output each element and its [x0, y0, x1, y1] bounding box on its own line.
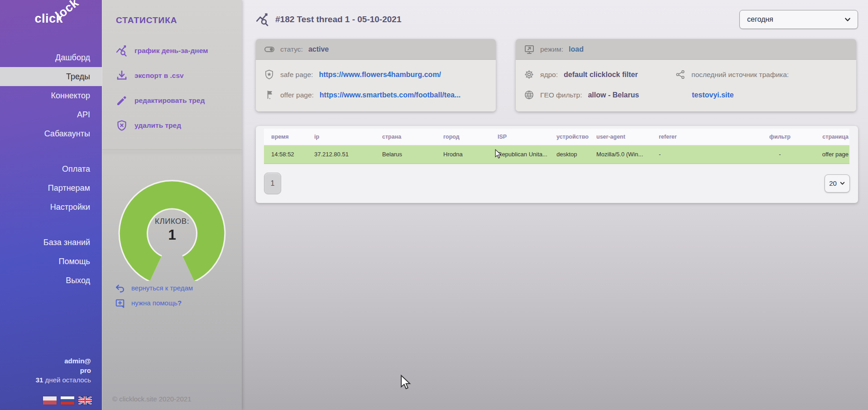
col-header-page[interactable]: страница: [804, 129, 849, 145]
main-content: #182 Test thread 1 - 05-10-2021 сегодня …: [242, 0, 868, 410]
cell-country: Belarus: [375, 145, 436, 164]
trend-search-icon: [116, 45, 128, 57]
account-email: admin@: [0, 356, 91, 366]
menu-item-export-csv[interactable]: экспорт в .csv: [102, 63, 242, 88]
safe-page-row: safe page: https://www.flowers4hamburg.c…: [264, 64, 488, 85]
offer-page-row: offer page: https://www.smartbets.com/fo…: [264, 85, 488, 105]
status-label: статус:: [280, 45, 303, 53]
russia-flag-icon[interactable]: [61, 396, 74, 405]
col-header-device[interactable]: устройство: [549, 129, 589, 145]
col-header-ip[interactable]: ip: [307, 129, 375, 145]
poland-flag-icon[interactable]: [43, 396, 57, 405]
cell-city: Hrodna: [436, 145, 490, 164]
page-title: #182 Test thread 1 - 05-10-2021: [275, 14, 401, 24]
period-select[interactable]: сегодня: [739, 10, 858, 29]
traffic-source-link[interactable]: testovyi.site: [692, 91, 734, 99]
core-value: default clicklock filter: [564, 71, 638, 79]
sidebar-item-logout[interactable]: Выход: [0, 271, 102, 290]
mode-card-body: ядро: default clicklock filter ГЕО фильт…: [516, 60, 856, 111]
language-switcher: [0, 385, 102, 410]
core-label: ядро:: [540, 71, 558, 79]
table-row[interactable]: 14:58:52 37.212.80.51 Belarus Hrodna Rep…: [264, 145, 849, 164]
back-to-threads-link[interactable]: вернуться к тредам: [102, 280, 242, 295]
menu-item-edit-thread[interactable]: редактировать тред: [102, 88, 242, 113]
col-header-user-agent[interactable]: user-agent: [589, 129, 652, 145]
col-header-city[interactable]: город: [436, 129, 490, 145]
sidebar-item-threads[interactable]: Треды: [0, 67, 102, 86]
traffic-source-label: последний источник трафика:: [691, 71, 789, 79]
geo-filter-value: allow - Belarus: [588, 91, 639, 99]
geo-filter-row: ГЕО фильтр: allow - Belarus: [524, 85, 673, 105]
sidebar-item-partners[interactable]: Партнерам: [0, 178, 102, 198]
pagination-bar: 1 20: [264, 172, 850, 195]
clicks-table-panel: время ip страна город ISP устройство use…: [256, 126, 858, 203]
uk-flag-icon[interactable]: [78, 396, 92, 405]
col-header-isp[interactable]: ISP: [490, 129, 549, 145]
mode-label: режим:: [540, 45, 563, 53]
period-select-value: сегодня: [747, 15, 773, 24]
mode-card-header: режим: load: [516, 39, 856, 60]
status-card-header: статус: active: [256, 39, 496, 60]
page-size-select[interactable]: 20: [825, 174, 850, 193]
menu-item-daily-chart[interactable]: график день-за-днем: [102, 38, 242, 63]
statistics-panel: СТАТИСТИКА график день-за-днем экспорт в…: [102, 0, 242, 410]
menu-item-label: график день-за-днем: [134, 47, 208, 55]
offer-page-label: offer page:: [280, 91, 314, 99]
offer-page-link[interactable]: https://www.smartbets.com/football/tea..…: [320, 91, 460, 99]
sidebar-item-api[interactable]: API: [0, 105, 102, 124]
safe-page-link[interactable]: https://www.flowers4hamburg.com/: [319, 71, 441, 79]
sidebar-item-payment[interactable]: Оплата: [0, 159, 102, 178]
chevron-down-icon: [839, 180, 845, 186]
cell-user-agent: Mozilla/5.0 (Win...: [589, 145, 652, 164]
sidebar-item-help[interactable]: Помощь: [0, 252, 102, 271]
col-header-time[interactable]: время: [264, 129, 307, 145]
traffic-source-link-row: testovyi.site: [675, 85, 848, 105]
toggle-icon: [264, 44, 275, 55]
cell-isp: Republican Unita...: [490, 145, 549, 164]
gear-icon: [524, 69, 534, 80]
safe-page-label: safe page:: [280, 71, 313, 79]
sidebar-item-subaccounts[interactable]: Сабакаунты: [0, 124, 102, 143]
account-days-left: 31 дней осталось: [0, 375, 91, 385]
mode-card-left-column: ядро: default clicklock filter ГЕО фильт…: [524, 64, 673, 105]
link-label: вернуться к тредам: [131, 284, 193, 292]
cell-device: desktop: [549, 145, 589, 164]
sidebar-item-knowledge-base[interactable]: База знаний: [0, 233, 102, 252]
mode-card: режим: load ядро:: [516, 39, 856, 111]
statistics-menu: график день-за-днем экспорт в .csv редак…: [102, 38, 242, 138]
undo-icon: [115, 283, 125, 293]
traffic-source-row: последний источник трафика:: [675, 64, 848, 85]
info-cards: статус: active safe page: https://www.fl…: [256, 39, 858, 111]
mode-card-right-column: последний источник трафика: testovyi.sit…: [673, 64, 848, 105]
gauge-label: КЛИКОВ:: [115, 217, 229, 226]
sidebar-nav: Дашборд Треды Коннектор API Сабакаунты О…: [0, 48, 102, 290]
globe-icon: [524, 90, 534, 100]
nav-group-divider: [0, 143, 102, 159]
copyright-footer: © clicklock.site 2020-2021: [102, 395, 242, 410]
download-icon: [116, 70, 128, 82]
cell-referer: -: [652, 145, 756, 164]
status-value: active: [308, 45, 329, 53]
account-info: admin@ pro 31 дней осталось: [0, 356, 102, 385]
col-header-filter[interactable]: фильтр: [756, 129, 804, 145]
statistics-links: вернуться к тредам нужна помощь?: [102, 280, 242, 310]
need-help-link[interactable]: нужна помощь?: [102, 295, 242, 310]
col-header-country[interactable]: страна: [375, 129, 436, 145]
gauge-text: КЛИКОВ: 1: [115, 217, 229, 243]
sidebar-item-dashboard[interactable]: Дашборд: [0, 48, 102, 67]
cell-ip: 37.212.80.51: [307, 145, 375, 164]
cell-time: 14:58:52: [264, 145, 307, 164]
trend-search-icon: [256, 13, 269, 26]
link-label: нужна помощь?: [131, 299, 182, 307]
menu-item-delete-thread[interactable]: удалить тред: [102, 113, 242, 138]
col-header-referer[interactable]: referer: [652, 129, 756, 145]
page-1-button[interactable]: 1: [264, 173, 281, 194]
core-row: ядро: default clicklock filter: [524, 64, 673, 85]
mode-value: load: [569, 45, 584, 53]
pencil-icon: [116, 95, 128, 106]
menu-item-label: экспорт в .csv: [134, 72, 184, 80]
monitor-arrow-icon: [524, 44, 535, 55]
sidebar-item-connector[interactable]: Коннектор: [0, 86, 102, 105]
clicks-gauge: КЛИКОВ: 1: [115, 175, 229, 265]
sidebar-item-settings[interactable]: Настройки: [0, 198, 102, 217]
